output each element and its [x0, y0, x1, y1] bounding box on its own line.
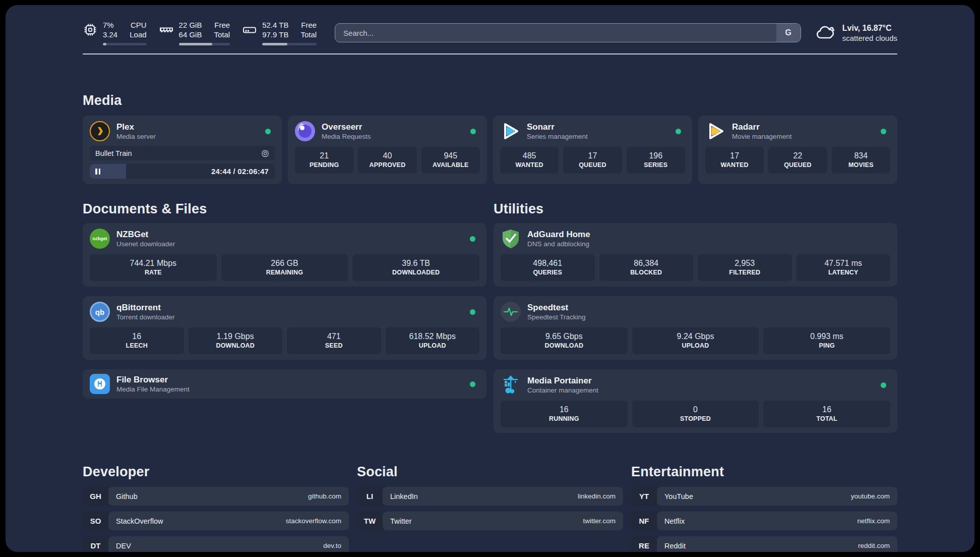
playback-time: 24:44 / 02:06:47: [211, 164, 269, 179]
link-twitter[interactable]: TW Twitter twitter.com: [357, 512, 623, 530]
cpu-label: CPU: [130, 20, 146, 30]
cpu-stat: 7% 3.24 CPU Load: [83, 20, 147, 45]
section-title-documents: Documents & Files: [83, 201, 486, 217]
overseerr-card[interactable]: Overseerr Media Requests 21 PENDING 40 A…: [288, 116, 487, 184]
link-reddit[interactable]: RE Reddit reddit.com: [631, 536, 897, 552]
search-engine-button[interactable]: G: [776, 24, 801, 42]
stat-rate: 744.21 Mbps RATE: [90, 254, 217, 281]
cpu-load-value: 3.24: [103, 30, 117, 39]
plex-card[interactable]: Plex Media server Bullet Train: [83, 116, 282, 184]
cpu-progress-fill: [103, 43, 106, 45]
app-title: File Browser: [116, 374, 190, 385]
stat-queued: 17 QUEUED: [563, 147, 622, 174]
app-title: NZBGet: [116, 229, 175, 240]
app-title: Radarr: [732, 122, 792, 132]
stat-approved: 40 APPROVED: [358, 147, 416, 174]
qbittorrent-icon-text: qb: [95, 308, 104, 316]
link-linkedin[interactable]: LI LinkedIn linkedin.com: [357, 487, 623, 506]
nzbget-card[interactable]: nzbget NZBGet Usenet downloader 744.21 M…: [83, 223, 486, 287]
app-subtitle: Container management: [527, 386, 598, 395]
link-url: reddit.com: [858, 542, 890, 549]
stat-movies: 834 MOVIES: [832, 147, 890, 174]
nzbget-icon-text: nzbget: [93, 236, 107, 241]
app-title: Plex: [116, 122, 156, 132]
link-netflix[interactable]: NF Netflix netflix.com: [631, 512, 897, 530]
stat-upload: 9.24 Gbps UPLOAD: [632, 327, 759, 354]
link-name: YouTube: [664, 492, 693, 500]
cpu-progress-bar: [103, 43, 147, 45]
link-abbrev: RE: [631, 536, 657, 552]
link-name: StackOverflow: [116, 517, 163, 525]
speedtest-card[interactable]: Speedtest Speedtest Tracking 9.65 Gbps D…: [494, 296, 897, 360]
plex-icon: [90, 121, 110, 141]
load-label: Load: [130, 30, 146, 39]
link-abbrev: DT: [83, 536, 108, 552]
link-stackoverflow[interactable]: SO StackOverflow stackoverflow.com: [83, 512, 349, 530]
playback-progress-bar[interactable]: 24:44 / 02:06:47: [90, 164, 275, 179]
cloud-icon: [815, 24, 836, 41]
link-name: LinkedIn: [390, 492, 418, 500]
weather-location-temp: Lviv, 16.87°C: [842, 23, 897, 33]
link-name: Github: [116, 492, 138, 500]
stat-series: 196 SERIES: [627, 147, 685, 174]
app-title: Sonarr: [527, 122, 588, 132]
search-input[interactable]: [335, 24, 776, 42]
memory-stat: 22 GiB 64 GiB Free Total: [159, 20, 230, 45]
ram-icon: [159, 23, 174, 37]
link-dev-to[interactable]: DT DEV dev.to: [83, 536, 349, 552]
stat-wanted: 485 WANTED: [500, 147, 559, 174]
portainer-card[interactable]: Media Portainer Container management 16 …: [494, 369, 897, 433]
link-youtube[interactable]: YT YouTube youtube.com: [631, 487, 897, 506]
app-subtitle: Series management: [527, 132, 588, 141]
stat-download: 1.19 Gbps DOWNLOAD: [189, 327, 283, 354]
adguard-card[interactable]: AdGuard Home DNS and adblocking 498,461 …: [494, 223, 897, 287]
search-engine-label: G: [785, 28, 791, 37]
documents-column: nzbget NZBGet Usenet downloader 744.21 M…: [83, 223, 486, 399]
link-abbrev: TW: [357, 512, 383, 530]
disk-free-label: Free: [300, 20, 317, 30]
radarr-card[interactable]: Radarr Movie management 17 WANTED 22 QUE…: [698, 116, 897, 184]
filebrowser-icon: [90, 374, 110, 394]
media-grid: Plex Media server Bullet Train: [83, 116, 897, 184]
status-dot: [470, 236, 475, 242]
stat-queued: 22 QUEUED: [768, 147, 827, 174]
stat-latency: 47.571 ms LATENCY: [797, 254, 891, 281]
storage-progress-fill: [262, 43, 287, 45]
qbittorrent-card[interactable]: qb qBittorrent Torrent downloader 16 LEE…: [83, 296, 486, 360]
nzbget-icon: nzbget: [90, 229, 110, 249]
status-dot: [676, 129, 681, 134]
stat-queries: 498,461 QUERIES: [501, 254, 595, 281]
search-bar: G: [335, 23, 801, 42]
pause-icon[interactable]: [95, 164, 100, 179]
developer-section: Developer GH Github github.com SO StackO…: [83, 464, 349, 552]
status-dot: [470, 129, 476, 134]
stat-wanted: 17 WANTED: [705, 147, 764, 174]
now-playing-title: Bullet Train: [95, 149, 132, 157]
section-title-social: Social: [357, 464, 623, 480]
link-name: DEV: [116, 542, 131, 550]
app-title: Speedtest: [527, 302, 586, 313]
app-subtitle: Media server: [116, 132, 156, 141]
stat-download: 9.65 Gbps DOWNLOAD: [501, 327, 628, 354]
link-abbrev: LI: [357, 487, 383, 506]
ram-free-label: Free: [214, 20, 230, 30]
filebrowser-card[interactable]: File Browser Media File Management: [83, 369, 486, 399]
status-dot: [881, 129, 886, 134]
app-subtitle: DNS and adblocking: [527, 240, 590, 249]
speedtest-icon: [501, 302, 521, 322]
settings-icon[interactable]: [261, 149, 269, 157]
memory-progress-bar: [179, 43, 230, 45]
weather-widget[interactable]: Lviv, 16.87°C scattered clouds: [815, 23, 897, 43]
disk-total-value: 97.9 TB: [262, 30, 288, 39]
sonarr-card[interactable]: Sonarr Series management 485 WANTED 17 Q…: [493, 116, 692, 184]
link-github[interactable]: GH Github github.com: [83, 487, 349, 506]
disk-icon: [242, 23, 257, 37]
app-title: AdGuard Home: [527, 229, 590, 240]
cpu-usage-value: 7%: [103, 20, 117, 30]
portainer-icon: [501, 375, 521, 395]
stat-leech: 16 LEECH: [90, 327, 184, 354]
memory-progress-fill: [179, 43, 212, 45]
dashboard: 7% 3.24 CPU Load: [6, 5, 974, 552]
link-url: github.com: [308, 492, 341, 500]
app-title: qBittorrent: [116, 302, 175, 313]
